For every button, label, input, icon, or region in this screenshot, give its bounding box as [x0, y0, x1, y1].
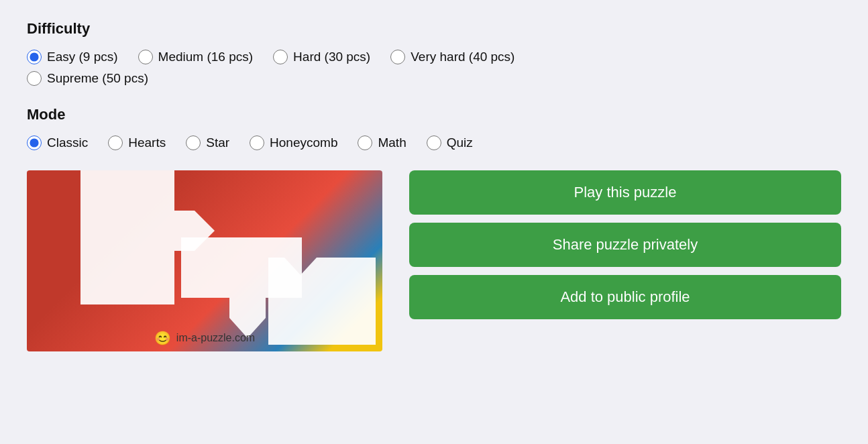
main-content: 😊 im-a-puzzle.com Play this puzzle Share…: [27, 170, 841, 351]
puzzle-piece-3: [268, 258, 376, 345]
difficulty-radio-group: Easy (9 pcs) Medium (16 pcs) Hard (30 pc…: [27, 50, 841, 86]
difficulty-medium-label: Medium (16 pcs): [158, 50, 254, 64]
mode-hearts[interactable]: Hearts: [108, 135, 166, 150]
difficulty-veryhard-label: Very hard (40 pcs): [411, 50, 514, 64]
play-button[interactable]: Play this puzzle: [409, 170, 841, 215]
profile-button[interactable]: Add to public profile: [409, 275, 841, 319]
difficulty-supreme[interactable]: Supreme (50 pcs): [27, 71, 841, 86]
mode-honeycomb-label: Honeycomb: [270, 135, 337, 150]
mode-label: Mode: [27, 106, 841, 123]
mode-section: Mode Classic Hearts Star Honeycomb Math …: [27, 106, 841, 150]
difficulty-veryhard[interactable]: Very hard (40 pcs): [390, 50, 514, 64]
buttons-panel: Play this puzzle Share puzzle privately …: [409, 170, 841, 351]
mode-math-label: Math: [378, 135, 406, 150]
difficulty-supreme-label: Supreme (50 pcs): [47, 71, 148, 86]
difficulty-hard-label: Hard (30 pcs): [293, 50, 370, 64]
mode-star-label: Star: [206, 135, 229, 150]
puzzle-preview: 😊 im-a-puzzle.com: [27, 170, 382, 351]
mode-quiz-label: Quiz: [447, 135, 473, 150]
smiley-icon: 😊: [154, 330, 171, 346]
difficulty-label: Difficulty: [27, 20, 841, 38]
share-button[interactable]: Share puzzle privately: [409, 223, 841, 267]
mode-honeycomb[interactable]: Honeycomb: [250, 135, 337, 150]
mode-radio-group: Classic Hearts Star Honeycomb Math Quiz: [27, 135, 841, 150]
difficulty-hard[interactable]: Hard (30 pcs): [273, 50, 370, 64]
difficulty-section: Difficulty Easy (9 pcs) Medium (16 pcs) …: [27, 20, 841, 86]
difficulty-medium[interactable]: Medium (16 pcs): [138, 50, 254, 64]
mode-classic-label: Classic: [47, 135, 88, 150]
difficulty-easy-label: Easy (9 pcs): [47, 50, 118, 64]
watermark: 😊 im-a-puzzle.com: [154, 330, 255, 346]
mode-hearts-label: Hearts: [128, 135, 166, 150]
mode-math[interactable]: Math: [358, 135, 406, 150]
mode-classic[interactable]: Classic: [27, 135, 88, 150]
mode-quiz[interactable]: Quiz: [427, 135, 473, 150]
mode-star[interactable]: Star: [186, 135, 229, 150]
watermark-text: im-a-puzzle.com: [176, 332, 255, 344]
difficulty-easy[interactable]: Easy (9 pcs): [27, 50, 118, 64]
